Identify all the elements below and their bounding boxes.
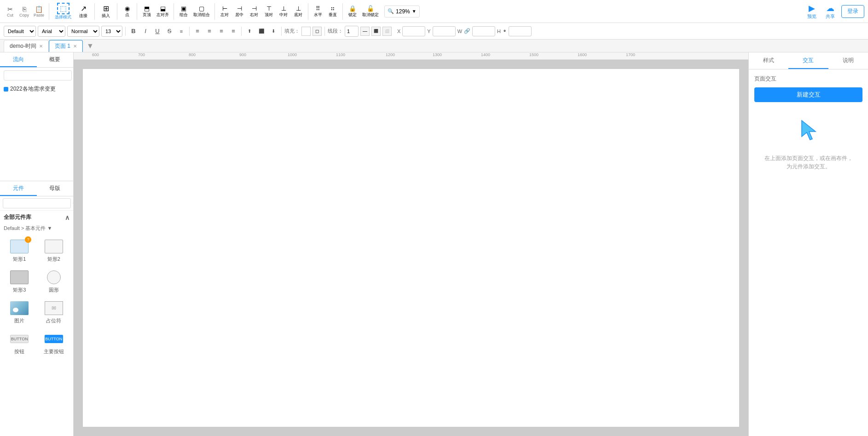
align-r-btn[interactable]: ⊣ 右对 — [247, 4, 261, 19]
comp-header: 元件 母版 — [0, 181, 73, 196]
align-l-btn[interactable]: ⊢ 左对 — [218, 4, 231, 19]
select-mode-btn[interactable]: ⬚ 选择模式 — [52, 2, 74, 21]
zoom-level: 129% — [396, 8, 410, 15]
paste-label: Paste — [34, 13, 44, 17]
tree-dot — [4, 87, 8, 92]
sidebar-search-input[interactable] — [4, 70, 72, 80]
group-btn[interactable]: ▣ 组合 — [177, 4, 191, 19]
add-page-dropdown[interactable]: ▼ — [85, 42, 96, 50]
interaction-hint-content: 在上面添加页面交互，或在画布件，为元件添加交互。 — [764, 155, 853, 170]
comp-item-image[interactable]: 图片 — [4, 298, 35, 326]
right-tabs: 样式 交互 说明 — [749, 52, 868, 69]
canvas-viewport[interactable] — [74, 60, 748, 436]
preview-btn[interactable]: ▶ 预览 — [804, 2, 819, 21]
ungroup-btn[interactable]: ▢ 取消组合 — [191, 4, 212, 19]
divider7 — [308, 3, 308, 20]
tab-page1-close[interactable]: ✕ — [73, 44, 77, 49]
unlock-btn[interactable]: 🔓 取消锁定 — [360, 4, 381, 19]
align-text-left-btn[interactable]: ≡ — [192, 26, 203, 37]
align-text-right-btn[interactable]: ≡ — [216, 26, 226, 37]
stroke-style-btn1[interactable]: — — [360, 27, 370, 36]
left-sidebar: 流向 概要 ⬚ 📁 2022各地需求变更 — [0, 52, 74, 436]
zoom-control[interactable]: 🔍 129% ▼ — [384, 6, 420, 17]
right-tab-style[interactable]: 样式 — [749, 52, 788, 69]
comp-item-rect3[interactable]: 矩形3 — [4, 267, 35, 295]
tab-demo-timeline-close[interactable]: ✕ — [39, 44, 43, 49]
comp-item-button[interactable]: BUTTON 按钮 — [4, 329, 35, 357]
stroke-value-input[interactable] — [345, 26, 359, 37]
tab-page1[interactable]: 页面 1 ✕ — [49, 40, 83, 52]
cut-label: Cut — [7, 13, 13, 17]
bold-btn[interactable]: B — [128, 26, 139, 37]
comp-shape-rect2 — [44, 238, 64, 255]
align-m-btn[interactable]: ⊥ 中对 — [277, 4, 290, 19]
stroke-style-btn3[interactable]: ⬜ — [382, 27, 392, 36]
comp-section-title-text: 全部元件库 — [4, 213, 31, 221]
h-input[interactable] — [509, 26, 532, 36]
comp-label-placeholder: 占位符 — [46, 317, 61, 324]
font-size-select[interactable]: 13 — [101, 26, 122, 37]
connect-btn[interactable]: ↗ 连接 — [75, 3, 92, 20]
ruler-mark-1500: 1500 — [529, 52, 538, 57]
tab-demo-timeline[interactable]: demo-时间 ✕ — [4, 40, 49, 52]
sidebar-tab-outline[interactable]: 概要 — [37, 52, 74, 67]
align-text-center-btn[interactable]: ≡ — [204, 26, 214, 37]
interaction-hint-text: 在上面添加页面交互，或在画布件，为元件添加交互。 — [764, 154, 853, 171]
valign-bot-btn[interactable]: ⬇ — [268, 26, 278, 37]
default-select[interactable]: Default — [4, 26, 36, 37]
valign-mid-btn[interactable]: ⬛ — [256, 26, 266, 37]
share-btn[interactable]: ☁ 共享 — [823, 2, 838, 21]
strikethrough-btn[interactable]: S — [164, 26, 174, 37]
dist-v-btn[interactable]: ⠶ 垂直 — [326, 4, 340, 19]
font-family-select[interactable]: Arial — [38, 26, 65, 37]
lock-aspect-icon[interactable]: 🔗 — [464, 28, 470, 34]
divider2 — [94, 3, 95, 20]
w-input[interactable] — [472, 26, 495, 36]
align-t-btn[interactable]: ⊤ 顶对 — [262, 4, 276, 19]
italic-btn[interactable]: I — [140, 26, 150, 37]
sidebar-tab-flow[interactable]: 流向 — [0, 52, 37, 67]
align-b-label: 底对 — [294, 12, 302, 18]
fill-toggle-btn[interactable]: ◻ — [312, 27, 322, 36]
comp-add-btn[interactable]: + — [73, 199, 73, 207]
dist-h-label: 水平 — [314, 12, 322, 18]
page-btn[interactable]: ⬒ 页顶 — [140, 4, 154, 19]
new-interaction-btn[interactable]: 新建交互 — [754, 87, 862, 102]
comp-item-placeholder[interactable]: ✉ 占位符 — [38, 298, 70, 326]
comp-item-rect1[interactable]: ? 矩形1 — [4, 236, 35, 264]
h-lock-icon[interactable]: ⚬ — [503, 28, 507, 34]
underline-btn[interactable]: U — [152, 26, 162, 37]
comp-item-circle[interactable]: 圆形 — [38, 267, 70, 295]
fill-color-btn[interactable] — [301, 27, 311, 36]
font-style-select[interactable]: Normal — [67, 26, 99, 37]
comp-section-toggle[interactable]: ∧ — [65, 214, 69, 221]
ruler-mark-1200: 1200 — [386, 52, 395, 57]
dist-v-label: 垂直 — [329, 12, 337, 18]
tree-item-2022[interactable]: 2022各地需求变更 — [0, 83, 73, 95]
text-options-btn[interactable]: ≡ — [176, 26, 186, 37]
login-button[interactable]: 登录 — [841, 5, 864, 18]
comp-search-input[interactable] — [3, 198, 71, 208]
align-c-btn[interactable]: ⊣ 居中 — [232, 4, 246, 19]
align-b-btn[interactable]: ⊥ 底对 — [291, 4, 305, 19]
comp-tab-master[interactable]: 母版 — [37, 181, 74, 196]
comp-label-rect2: 矩形2 — [47, 256, 60, 263]
stroke-style-btn2[interactable]: ⬛ — [371, 27, 381, 36]
right-tab-interaction[interactable]: 交互 — [788, 52, 828, 69]
valign-top-btn[interactable]: ⬆ — [244, 26, 255, 37]
edit-divider3 — [241, 27, 242, 36]
align-text-justify-btn[interactable]: ≡ — [228, 26, 238, 37]
comp-item-rect2[interactable]: 矩形2 — [38, 236, 70, 264]
align-left-btn[interactable]: ⬓ 左对齐 — [155, 4, 171, 19]
comp-tab-components[interactable]: 元件 — [0, 181, 37, 196]
y-input[interactable] — [433, 26, 456, 36]
point-btn[interactable]: ◉ 点 — [120, 4, 134, 19]
dist-h-btn[interactable]: ⠿ 水平 — [311, 4, 325, 19]
insert-btn[interactable]: ⊞ 插入 — [98, 3, 114, 20]
comp-item-button-main[interactable]: BUTTON 主要按钮 — [38, 329, 70, 357]
right-tab-description[interactable]: 说明 — [828, 52, 868, 69]
right-sidebar: 样式 交互 说明 页面交互 新建交互 — [748, 52, 868, 436]
lock-btn[interactable]: 🔒 锁定 — [346, 4, 359, 19]
x-input[interactable] — [402, 26, 425, 36]
interaction-empty: 在上面添加页面交互，或在画布件，为元件添加交互。 — [754, 102, 862, 184]
